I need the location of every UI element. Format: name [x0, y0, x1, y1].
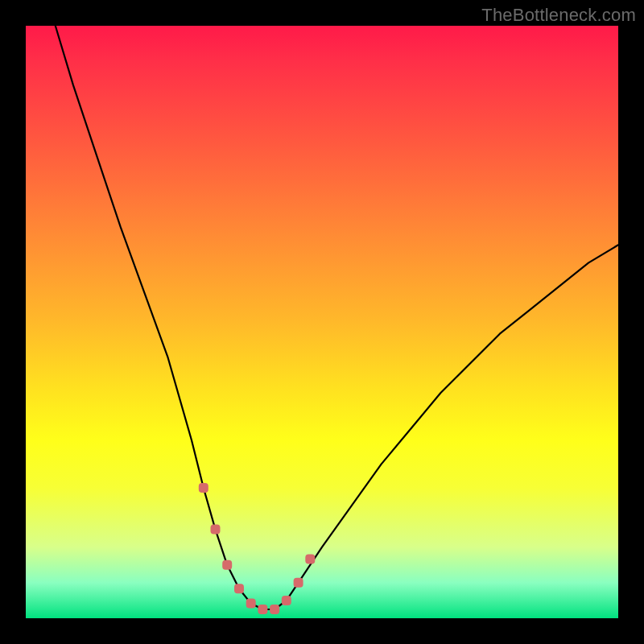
marker-dot — [234, 584, 244, 593]
marker-dot — [199, 483, 208, 493]
watermark-text: TheBottleneck.com — [481, 5, 636, 26]
chart-svg — [26, 26, 618, 618]
marker-dot — [282, 596, 291, 605]
chart-frame: TheBottleneck.com — [0, 0, 644, 644]
marker-dot — [246, 599, 256, 609]
marker-dot — [222, 560, 232, 570]
marker-dot — [294, 578, 303, 588]
plot-area — [26, 26, 618, 618]
bottleneck-curve — [56, 26, 618, 609]
optimal-range-markers — [199, 483, 315, 614]
marker-dot — [258, 605, 267, 614]
marker-dot — [305, 554, 315, 564]
marker-dot — [270, 605, 279, 614]
marker-dot — [211, 525, 221, 535]
